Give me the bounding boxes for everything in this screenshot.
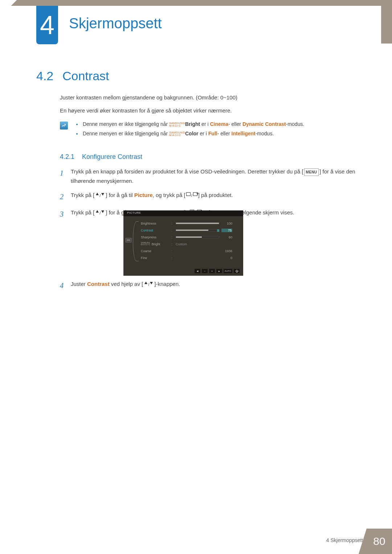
step-4-container: 4 Juster Contrast ved hjelp av [/]-knapp… xyxy=(60,279,361,297)
step-4: 4 Juster Contrast ved hjelp av [/]-knapp… xyxy=(60,279,361,292)
osd-row-coarse: Coarse : 1936 xyxy=(141,247,239,254)
subsection-title: Konfigurere Contrast xyxy=(82,153,142,161)
osd-footer: ◄ − + ▸ AUTO ⏻ xyxy=(123,267,243,275)
note-row-2: Denne menyen er ikke tilgjengelig når SA… xyxy=(76,131,304,136)
bullet-dot xyxy=(76,124,78,125)
up-down-arrows-icon: / xyxy=(144,281,154,288)
sharpness-bar xyxy=(176,236,219,238)
top-stripe-accent xyxy=(0,0,36,6)
chapter-title: Skjermoppsett xyxy=(69,15,162,32)
top-stripe xyxy=(0,0,392,6)
magicbright-value: Custom xyxy=(176,242,219,246)
osd-row-contrast: Contrast : 75 xyxy=(141,227,239,234)
osd-minus-icon: − xyxy=(202,269,208,273)
page-number-box: 80 xyxy=(367,529,392,554)
note-icon xyxy=(60,122,68,130)
section-number: 4.2 xyxy=(36,69,53,83)
svg-marker-0 xyxy=(96,193,99,195)
svg-marker-1 xyxy=(101,193,104,196)
osd-auto-label: AUTO xyxy=(224,269,232,273)
osd-header: PICTURE xyxy=(123,210,243,216)
note-row-1: Denne menyen er ikke tilgjengelig når SA… xyxy=(76,121,304,127)
contrast-bar xyxy=(176,229,219,231)
svg-marker-5 xyxy=(150,282,153,284)
svg-marker-2 xyxy=(96,210,99,213)
description-line-1: Juster kontrasten mellom gjenstandene og… xyxy=(60,94,237,102)
osd-plus-icon: + xyxy=(209,269,215,273)
samsung-magic-tag-osd: SAMSUNGMAGIC xyxy=(141,242,151,246)
step-2: 2 Trykk på [/] for å gå til Picture, og … xyxy=(60,190,361,203)
osd-body: Brightness : 100 Contrast : 75 Sharpness… xyxy=(123,216,243,267)
osd-row-fine: Fine : 0 xyxy=(141,254,239,261)
enter-icon: / xyxy=(186,192,197,199)
svg-marker-4 xyxy=(144,282,147,284)
subsection-number: 4.2.1 xyxy=(60,153,74,161)
menu-button-label: MENU xyxy=(304,168,319,176)
chapter-number: 4 xyxy=(40,10,54,40)
osd-row-brightness: Brightness : 100 xyxy=(141,220,239,227)
svg-marker-3 xyxy=(101,210,104,213)
right-band xyxy=(381,0,392,44)
osd-left-icon: ◄ xyxy=(195,269,200,273)
osd-row-magicbright: SAMSUNGMAGIC Bright : Custom xyxy=(141,241,239,247)
osd-enter-icon: ▸ xyxy=(216,269,222,273)
description-line-2: En høyere verdi øker kontrasten for å gj… xyxy=(60,107,232,115)
picture-icon xyxy=(126,238,131,242)
chapter-tab: 4 xyxy=(36,6,58,44)
section-title: Contrast xyxy=(62,69,109,83)
up-down-arrows-icon: / xyxy=(95,192,105,199)
brightness-bar xyxy=(176,222,219,224)
bullet-dot xyxy=(76,133,78,135)
note-bullets: Denne menyen er ikke tilgjengelig når SA… xyxy=(76,121,304,140)
footer-chapter-label: 4 Skjermoppsett xyxy=(326,537,363,543)
osd-row-sharpness: Sharpness : 60 xyxy=(141,234,239,241)
osd-curve-decoration xyxy=(133,221,139,261)
step-1: 1 Trykk på en knapp på forsiden av produ… xyxy=(60,167,361,185)
page-number: 80 xyxy=(373,535,385,547)
osd-power-icon: ⏻ xyxy=(234,269,240,273)
up-down-arrows-icon: / xyxy=(95,210,105,217)
samsung-magic-tag: SAMSUNGMAGIC xyxy=(169,122,185,127)
samsung-magic-tag: SAMSUNGMAGIC xyxy=(169,131,185,136)
footer-triangle xyxy=(359,529,367,554)
osd-screenshot: PICTURE Brightness : 100 Contrast : 75 S… xyxy=(123,210,243,276)
